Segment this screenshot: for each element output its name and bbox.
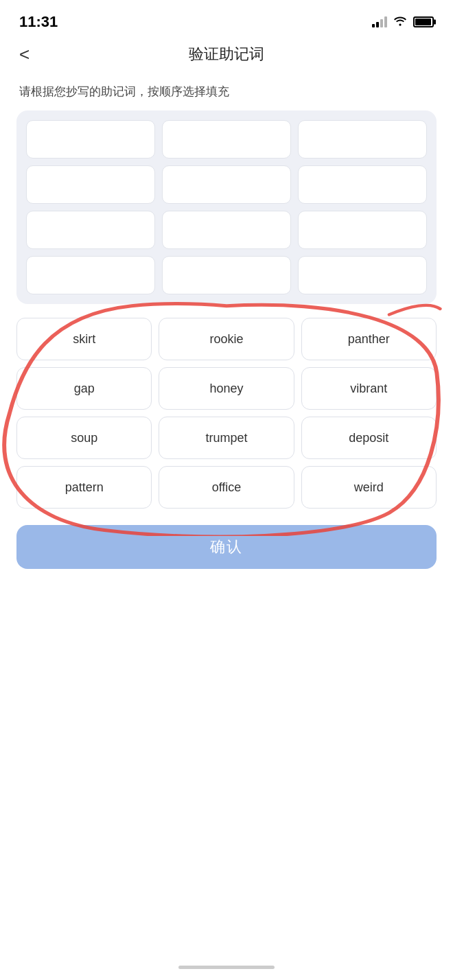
- word-btn-skirt[interactable]: skirt: [16, 318, 152, 360]
- word-btn-weird[interactable]: weird: [301, 466, 437, 509]
- status-bar: 11:31: [0, 0, 453, 37]
- word-grid: skirt rookie panther gap honey vibrant s…: [16, 318, 437, 509]
- answer-cell-3[interactable]: [298, 120, 427, 159]
- answer-cell-11[interactable]: [162, 256, 291, 294]
- header: < 验证助记词: [0, 37, 453, 71]
- answer-cell-5[interactable]: [162, 165, 291, 204]
- word-btn-deposit[interactable]: deposit: [301, 417, 437, 459]
- answer-cell-6[interactable]: [298, 165, 427, 204]
- battery-icon: [413, 16, 434, 27]
- word-options-container: skirt rookie panther gap honey vibrant s…: [16, 318, 437, 509]
- word-btn-vibrant[interactable]: vibrant: [301, 367, 437, 410]
- word-btn-panther[interactable]: panther: [301, 318, 437, 360]
- answer-cell-8[interactable]: [162, 211, 291, 249]
- answer-grid-container: [16, 110, 437, 304]
- wifi-icon: [393, 15, 408, 30]
- signal-icon: [372, 16, 387, 27]
- word-btn-soup[interactable]: soup: [16, 417, 152, 459]
- status-icons: [372, 15, 434, 30]
- answer-cell-4[interactable]: [26, 165, 155, 204]
- word-btn-pattern[interactable]: pattern: [16, 466, 152, 509]
- confirm-btn-container: 确认: [16, 525, 437, 569]
- answer-cell-10[interactable]: [26, 256, 155, 294]
- word-btn-gap[interactable]: gap: [16, 367, 152, 410]
- instruction-text: 请根据您抄写的助记词，按顺序选择填充: [0, 71, 453, 110]
- status-time: 11:31: [19, 13, 58, 31]
- home-indicator: [178, 966, 275, 969]
- word-btn-rookie[interactable]: rookie: [159, 318, 294, 360]
- page-title: 验证助记词: [189, 44, 264, 65]
- answer-cell-1[interactable]: [26, 120, 155, 159]
- answer-cell-7[interactable]: [26, 211, 155, 249]
- word-btn-trumpet[interactable]: trumpet: [159, 417, 294, 459]
- answer-cell-2[interactable]: [162, 120, 291, 159]
- word-btn-office[interactable]: office: [159, 466, 294, 509]
- answer-grid: [26, 120, 427, 294]
- answer-cell-12[interactable]: [298, 256, 427, 294]
- confirm-button[interactable]: 确认: [16, 525, 437, 569]
- word-btn-honey[interactable]: honey: [159, 367, 294, 410]
- answer-cell-9[interactable]: [298, 211, 427, 249]
- back-button[interactable]: <: [19, 45, 30, 63]
